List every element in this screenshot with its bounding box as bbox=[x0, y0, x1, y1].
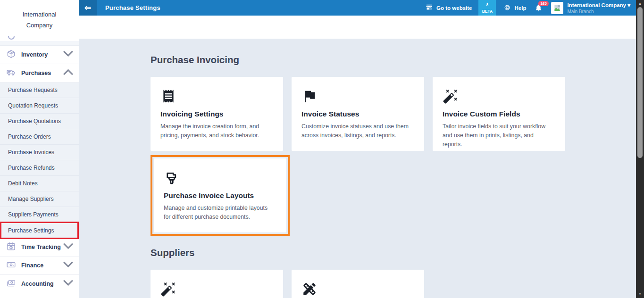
beta-button[interactable]: BETA bbox=[478, 0, 496, 16]
sidebar-item-purchase-requests[interactable]: Purchase Requests bbox=[0, 83, 79, 98]
cards-row-suppliers bbox=[151, 270, 636, 298]
vertical-scrollbar: ▲ ▼ bbox=[636, 0, 644, 298]
card-title: Invoice Statuses bbox=[301, 110, 414, 118]
card-supplier-custom-fields[interactable] bbox=[151, 270, 283, 298]
help-label: Help bbox=[514, 5, 526, 11]
cash-icon bbox=[6, 260, 16, 272]
scroll-up-arrow[interactable]: ▲ bbox=[636, 1, 644, 6]
storefront-icon bbox=[425, 3, 433, 12]
card-description: Customize invoice statuses and use them … bbox=[301, 122, 413, 140]
sidebar-item-partial bbox=[0, 29, 79, 46]
card-invoice-statuses[interactable]: Invoice Statuses Customize invoice statu… bbox=[292, 77, 424, 151]
sidebar-item-suppliers-payments[interactable]: Suppliers Payments bbox=[0, 207, 79, 223]
sidebar-item-purchase-invoices[interactable]: Purchase Invoices bbox=[0, 145, 79, 160]
sidebar-item-label: Finance bbox=[21, 262, 63, 269]
subheader-strip bbox=[79, 16, 636, 39]
sidebar-item-inventory[interactable]: Inventory bbox=[0, 46, 79, 64]
sidebar-collapse-button[interactable]: ⇐ bbox=[79, 0, 97, 16]
notifications-count-badge: 165 bbox=[538, 1, 548, 6]
highlight-outline-orange: Purchase Invoice Layouts Manage and cust… bbox=[151, 155, 290, 236]
company-meta: International Company ▾ Main Branch bbox=[567, 2, 630, 14]
purchases-submenu: Purchase Requests Quotation Requests Pur… bbox=[0, 83, 79, 239]
card-description: Manage and customize printable layouts f… bbox=[164, 204, 275, 222]
truck-icon bbox=[6, 67, 16, 79]
sidebar-item-purchase-orders[interactable]: Purchase Orders bbox=[0, 129, 79, 145]
company-switcher[interactable]: International Company ▾ Main Branch bbox=[551, 2, 630, 14]
calendar-clock-icon bbox=[6, 241, 16, 253]
sidebar-item-time-tracking[interactable]: Time Tracking bbox=[0, 238, 79, 257]
sidebar-nav: Inventory Purchases Purchase Requests Qu… bbox=[0, 46, 79, 293]
card-description: Manage the invoice creation form, and pr… bbox=[160, 122, 272, 140]
partial-icon bbox=[8, 36, 15, 40]
magic-wand-icon bbox=[160, 281, 273, 297]
chevron-down-icon bbox=[63, 260, 73, 272]
chevron-up-icon bbox=[63, 67, 73, 79]
app-root: International Company Inventory Purchase… bbox=[0, 0, 644, 298]
sidebar: International Company Inventory Purchase… bbox=[0, 0, 79, 298]
notifications-button[interactable]: 165 bbox=[535, 4, 543, 12]
flag-icon bbox=[301, 88, 414, 104]
company-logo[interactable]: International Company bbox=[0, 0, 79, 29]
card-supplier-settings[interactable] bbox=[292, 270, 424, 298]
beta-label: BETA bbox=[482, 9, 493, 14]
sidebar-item-label: Purchases bbox=[21, 70, 63, 76]
collapse-sidebar-icon: ⇐ bbox=[84, 3, 91, 13]
receipt-icon bbox=[160, 88, 273, 104]
lifebuoy-icon bbox=[503, 4, 511, 12]
box-icon bbox=[6, 49, 16, 61]
sidebar-item-label: Time Tracking bbox=[21, 244, 63, 250]
sidebar-item-label: Inventory bbox=[21, 51, 63, 58]
go-to-website-label: Go to website bbox=[436, 5, 472, 11]
top-bar: ⇐ Purchase Settings Go to website BETA bbox=[79, 0, 636, 16]
card-title: Invoice Custom Fields bbox=[443, 110, 555, 118]
card-title: Purchase Invoice Layouts bbox=[164, 191, 276, 200]
sidebar-item-quotation-requests[interactable]: Quotation Requests bbox=[0, 98, 79, 114]
section-title-purchase-invoicing: Purchase Invoicing bbox=[151, 54, 636, 66]
cards-row-1: Invoicing Settings Manage the invoice cr… bbox=[151, 77, 636, 151]
caret-down-icon: ▾ bbox=[627, 2, 630, 8]
sidebar-item-purchase-quotations[interactable]: Purchase Quotations bbox=[0, 114, 79, 129]
pencil-ruler-icon bbox=[301, 281, 414, 297]
page-title: Purchase Settings bbox=[105, 4, 160, 11]
sidebar-item-manage-suppliers[interactable]: Manage Suppliers bbox=[0, 191, 79, 207]
chevron-down-icon bbox=[63, 278, 73, 290]
company-logo-line1: International bbox=[0, 9, 79, 20]
chevron-down-icon bbox=[63, 49, 73, 61]
company-avatar bbox=[551, 2, 563, 14]
sidebar-item-debit-notes[interactable]: Debit Notes bbox=[0, 176, 79, 191]
scrollbar-thumb[interactable] bbox=[637, 7, 643, 158]
company-name: International Company bbox=[567, 2, 626, 8]
chevron-down-icon bbox=[63, 241, 73, 253]
card-invoicing-settings[interactable]: Invoicing Settings Manage the invoice cr… bbox=[151, 77, 283, 151]
go-to-website-button[interactable]: Go to website bbox=[425, 3, 472, 12]
sidebar-item-purchase-refunds[interactable]: Purchase Refunds bbox=[0, 160, 79, 176]
branch-name: Main Branch bbox=[567, 9, 630, 14]
paint-brush-icon bbox=[164, 170, 276, 186]
help-button[interactable]: Help bbox=[503, 4, 526, 12]
card-title: Invoicing Settings bbox=[160, 110, 273, 118]
scroll-down-arrow[interactable]: ▼ bbox=[636, 292, 644, 297]
card-invoice-custom-fields[interactable]: Invoice Custom Fields Tailor invoice fie… bbox=[433, 77, 565, 151]
section-title-suppliers: Suppliers bbox=[151, 247, 636, 258]
banknote-icon bbox=[6, 278, 16, 290]
card-purchase-invoice-layouts[interactable]: Purchase Invoice Layouts Manage and cust… bbox=[154, 158, 286, 232]
main-content: Purchase Invoicing Invoicing Settings Ma… bbox=[79, 39, 636, 298]
sidebar-item-accounting[interactable]: Accounting bbox=[0, 275, 79, 293]
rocket-icon bbox=[485, 2, 490, 9]
card-description: Tailor invoice fields to suit your workf… bbox=[443, 122, 554, 149]
sidebar-item-purchases[interactable]: Purchases bbox=[0, 64, 79, 83]
sidebar-item-label: Accounting bbox=[21, 281, 63, 287]
sidebar-item-finance[interactable]: Finance bbox=[0, 257, 79, 275]
partial-row-band bbox=[0, 41, 79, 46]
sidebar-item-purchase-settings[interactable]: Purchase Settings bbox=[0, 222, 79, 239]
magic-wand-icon bbox=[443, 88, 555, 104]
top-bar-actions: Go to website BETA Help 165 bbox=[425, 0, 636, 16]
